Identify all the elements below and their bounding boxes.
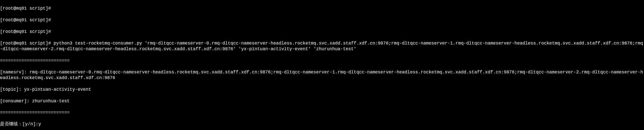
prompt-line: [root@mq01 script]# [0,17,644,23]
separator-line: ========================== [0,58,644,64]
separator-line: ========================== [0,110,644,115]
namesrv-output: [namesrv]: rmq-dltqcc-nameserver-0.rmq-d… [0,69,644,81]
consumer-output: [consumer]: zhurunhua-test [0,98,644,104]
prompt-line: [root@mq01 script]# [0,29,644,35]
prompt-line: [root@mq01 script]# [0,6,644,11]
confirm-prompt-line: 是否继续：[y/n]:y [0,121,644,127]
command-line: [root@mq01 script]# python3 test-rocketm… [0,41,644,52]
terminal-output[interactable]: [root@mq01 script]# [root@mq01 script]# … [0,0,644,130]
topic-output: [topic]: yx-pintuan-activity-event [0,87,644,92]
